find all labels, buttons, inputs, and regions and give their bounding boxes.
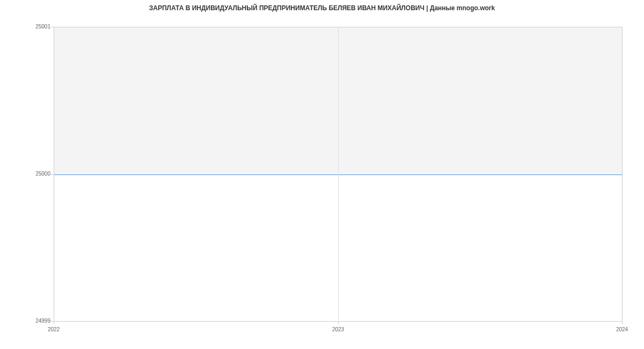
x-tick xyxy=(338,321,339,324)
x-tick-label: 2024 xyxy=(616,326,628,332)
x-tick-label: 2022 xyxy=(48,326,60,332)
y-axis xyxy=(54,27,54,321)
x-tick-label: 2023 xyxy=(332,326,344,332)
salary-chart: ЗАРПЛАТА В ИНДИВИДУАЛЬНЫЙ ПРЕДПРИНИМАТЕЛ… xyxy=(0,0,644,349)
chart-title: ЗАРПЛАТА В ИНДИВИДУАЛЬНЫЙ ПРЕДПРИНИМАТЕЛ… xyxy=(0,4,644,12)
y-tick-label: 25001 xyxy=(2,24,50,30)
y-tick-label: 24999 xyxy=(2,318,50,324)
x-tick xyxy=(622,321,623,324)
x-tick xyxy=(54,321,54,324)
x-gridline xyxy=(338,27,339,321)
y-tick-label: 25000 xyxy=(2,171,50,177)
